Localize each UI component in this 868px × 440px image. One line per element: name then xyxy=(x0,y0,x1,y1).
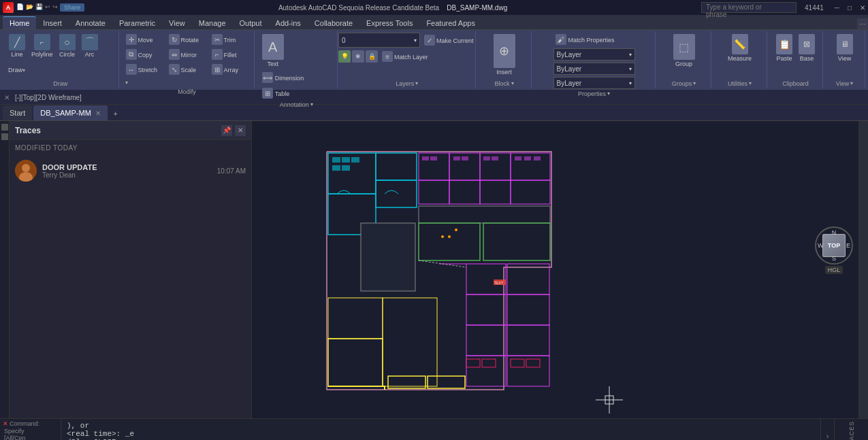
undo-icon[interactable]: ↩ xyxy=(45,3,50,12)
layer-lock-icon[interactable]: 🔒 xyxy=(366,50,378,63)
fillet-button[interactable]: ⌐ Fillet xyxy=(210,48,251,61)
match-layer-button[interactable]: ≡ Match Layer xyxy=(380,50,430,63)
layer-freeze-icon[interactable]: ❄ xyxy=(352,50,364,63)
modify-dropdown[interactable]: ▾ xyxy=(124,78,129,87)
add-tab-button[interactable]: + xyxy=(109,107,123,120)
rotate-button[interactable]: ↻ Rotate xyxy=(167,33,208,46)
left-status-panel: ✕ Command: Specify [All/Cen Command: ⬜ T… xyxy=(0,419,61,440)
tab-express[interactable]: Express Tools xyxy=(359,17,419,29)
search-box[interactable]: Type a keyword or phrase xyxy=(701,2,797,13)
paste-button[interactable]: 📋 Paste xyxy=(774,33,794,63)
minimize-button[interactable]: ─ xyxy=(835,4,839,12)
draw-dropdown[interactable]: Draw▾ xyxy=(7,65,27,75)
tab-home[interactable]: Home xyxy=(3,16,36,29)
ribbon-group-utilities: 📏 Measure Utilities ▾ xyxy=(713,31,767,88)
array-button[interactable]: ⊞ Array xyxy=(210,63,251,76)
nav-view-item[interactable]: [-][Top][2D Wireframe] xyxy=(12,94,84,101)
tab-db-samp-close[interactable]: ✕ xyxy=(95,109,101,117)
title-left: A 📄 📂 💾 ↩ ↪ Share xyxy=(3,2,84,13)
viewcube[interactable]: N S E W TOP HGL xyxy=(810,226,858,288)
tab-db-samp[interactable]: DB_SAMP-MM ✕ xyxy=(33,105,108,120)
table-button[interactable]: ⊞ Table xyxy=(260,86,306,100)
mirror-button[interactable]: ⇔ Mirror xyxy=(167,48,208,61)
tab-start[interactable]: Start xyxy=(3,105,32,120)
layers-dropdown[interactable]: ▾ xyxy=(415,80,418,86)
panel-close-button[interactable]: ✕ xyxy=(235,125,246,136)
compass-ring[interactable]: N S E W TOP xyxy=(815,226,853,265)
view-dropdown[interactable]: ▾ xyxy=(850,80,853,86)
annotation-dropdown[interactable]: ▾ xyxy=(310,101,313,107)
strip-btn-1[interactable] xyxy=(1,124,8,131)
tab-view[interactable]: View xyxy=(162,17,192,29)
annotation-label: Annotation xyxy=(280,101,309,108)
measure-button[interactable]: 📏 Measure xyxy=(726,33,754,63)
copy-button[interactable]: ⧉ Copy xyxy=(124,48,165,61)
layer-on-icon[interactable]: 💡 xyxy=(338,50,351,63)
trace-avatar xyxy=(15,160,37,182)
tab-collaborate[interactable]: Collaborate xyxy=(308,17,359,29)
ribbon-group-view: 🖥 View View ▾ xyxy=(824,31,865,88)
lineweight-dropdown[interactable]: ByLayer▾ xyxy=(553,77,635,89)
make-current-button[interactable]: ✓ Make Current xyxy=(422,33,476,47)
trim-button[interactable]: ✂ Trim xyxy=(210,33,251,46)
tab-manage[interactable]: Manage xyxy=(192,17,233,29)
svg-point-1 xyxy=(22,164,30,172)
trace-item-door-update[interactable]: DOOR UPDATE Terry Dean 10:07 AM xyxy=(10,156,251,186)
properties-dropdown[interactable]: ▾ xyxy=(607,90,610,97)
layers-label: Layers xyxy=(396,80,414,87)
maximize-button[interactable]: □ xyxy=(848,4,852,12)
block-dropdown[interactable]: ▾ xyxy=(511,80,514,86)
scale-button[interactable]: ⤡ Scale xyxy=(167,63,208,76)
groups-dropdown[interactable]: ▾ xyxy=(693,80,696,86)
tab-output[interactable]: Output xyxy=(233,17,269,29)
stretch-button[interactable]: ↔ Stretch xyxy=(124,63,165,76)
ribbon-group-layers: 0▾ ✓ Make Current 💡 ❄ 🔒 ≡ Matc xyxy=(339,31,476,88)
linetype-dropdown[interactable]: ByLayer▾ xyxy=(553,63,635,75)
viewcube-cube[interactable]: TOP xyxy=(822,234,846,257)
status-bar: ✕ Command: Specify [All/Cen Command: ⬜ T… xyxy=(0,418,868,440)
circle-button[interactable]: ○ Circle xyxy=(57,33,78,59)
match-properties-button[interactable]: 🖌 Match Properties xyxy=(553,33,635,46)
layer-dropdown[interactable]: 0▾ xyxy=(338,33,420,48)
group-button[interactable]: ⬚ Group xyxy=(671,33,697,69)
command-area[interactable]: ), or <real time>: _e /?]: _CLOSE Comman… xyxy=(61,419,820,440)
utilities-label: Utilities xyxy=(728,80,748,87)
options-icon[interactable]: ⋯ xyxy=(857,18,868,29)
strip-btn-2[interactable] xyxy=(1,133,8,140)
color-dropdown[interactable]: ByLayer▾ xyxy=(553,48,635,61)
canvas-area[interactable]: TEXT N S E W xyxy=(252,121,868,418)
close-panel-btn[interactable]: ✕ xyxy=(4,94,10,101)
tab-annotate[interactable]: Annotate xyxy=(69,17,112,29)
svg-rect-36 xyxy=(342,165,350,171)
polyline-button[interactable]: ⌐ Polyline xyxy=(29,33,55,59)
right-scrollbar[interactable] xyxy=(858,121,868,418)
share-button[interactable]: Share xyxy=(60,3,84,12)
viewcube-hgl[interactable]: HGL xyxy=(825,266,843,274)
traces-empty-area xyxy=(10,186,251,418)
base-button[interactable]: ⊠ Base xyxy=(797,33,817,63)
new-icon[interactable]: 📄 xyxy=(16,3,24,12)
spaces-tab[interactable]: SPACES xyxy=(834,419,868,440)
trace-time: 10:07 AM xyxy=(217,167,246,175)
expand-command-btn[interactable]: › xyxy=(820,419,834,440)
close-button[interactable]: ✕ xyxy=(860,4,865,12)
tab-insert[interactable]: Insert xyxy=(36,17,69,29)
move-button[interactable]: ✛ Move xyxy=(124,33,165,46)
tab-parametric[interactable]: Parametric xyxy=(112,17,162,29)
text-button[interactable]: A Text xyxy=(260,33,286,69)
view-button[interactable]: 🖥 View xyxy=(835,33,855,63)
tab-addins[interactable]: Add-ins xyxy=(269,17,308,29)
panel-pin-button[interactable]: 📌 xyxy=(221,125,232,136)
save-icon[interactable]: 💾 xyxy=(35,3,43,12)
view-label: View xyxy=(836,80,849,87)
redo-icon[interactable]: ↪ xyxy=(52,3,58,12)
svg-rect-43 xyxy=(515,156,521,160)
dimension-button[interactable]: ⟺ Dimension xyxy=(260,71,306,84)
insert-button[interactable]: ⊕ Insert xyxy=(492,33,517,77)
tab-featured[interactable]: Featured Apps xyxy=(419,17,482,29)
utilities-dropdown[interactable]: ▾ xyxy=(749,80,752,86)
arc-button[interactable]: ⌒ Arc xyxy=(80,33,100,59)
title-center: Autodesk AutoCAD Sequoia Release Candida… xyxy=(84,4,701,12)
open-icon[interactable]: 📂 xyxy=(26,3,33,12)
line-button[interactable]: ╱ Line xyxy=(7,33,27,59)
